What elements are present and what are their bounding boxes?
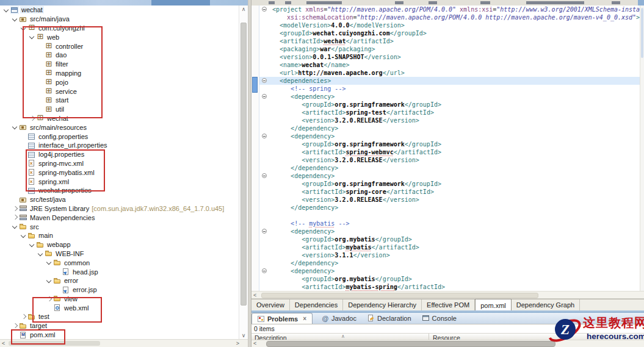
- tree-item-src-test-java[interactable]: src/test/java: [0, 195, 239, 204]
- tree-item-error[interactable]: error: [0, 276, 239, 285]
- code-line[interactable]: <artifactId>mybatis</artifactId>: [251, 243, 640, 251]
- tree-item-controller[interactable]: ⊞controller: [0, 41, 239, 51]
- expander-expanded-icon[interactable]: [37, 249, 45, 259]
- code-line[interactable]: xsi:schemaLocation="http://maven.apache.…: [251, 13, 640, 21]
- tree-item-target[interactable]: target: [0, 321, 239, 331]
- scrollbar-thumb[interactable]: [641, 8, 643, 58]
- tree-item-test[interactable]: test: [0, 312, 239, 321]
- view-tab-declaration[interactable]: Declaration: [362, 313, 417, 324]
- fold-minus-icon[interactable]: [262, 229, 267, 234]
- code-line[interactable]: <dependency>: [251, 227, 640, 235]
- fold-minus-icon[interactable]: [262, 173, 267, 178]
- tree-item-web[interactable]: ⊞web: [0, 32, 239, 41]
- tree-item-head-jsp[interactable]: head.jsp: [0, 267, 239, 276]
- code-line[interactable]: </dependency>: [251, 204, 640, 212]
- expander-expanded-icon[interactable]: [11, 15, 19, 24]
- expander-collapsed-icon[interactable]: [20, 312, 27, 321]
- code-line[interactable]: <dependency>: [251, 267, 640, 275]
- scroll-right-icon[interactable]: >: [236, 340, 239, 347]
- tree-item-maven-dependencies[interactable]: Maven Dependencies: [0, 213, 239, 222]
- expander-expanded-icon[interactable]: [45, 276, 53, 285]
- code-line[interactable]: <artifactId>wechat</artifactId>: [251, 37, 640, 45]
- tree-item-web-inf[interactable]: WEB-INF: [0, 249, 239, 259]
- code-line[interactable]: <groupId>org.springframework</groupId>: [251, 180, 640, 188]
- expander-expanded-icon[interactable]: [45, 258, 53, 267]
- tree-item-filter[interactable]: ⊞filter: [0, 60, 239, 69]
- code-line[interactable]: <project xmlns="http://maven.apache.org/…: [251, 5, 640, 13]
- tree-item-src-main-java[interactable]: src/main/java: [0, 15, 239, 24]
- tree-item-spring-mybatis-xml[interactable]: spring-mybatis.xml: [0, 168, 239, 177]
- code-line[interactable]: <version>3.2.0.RELEASE</version>: [251, 156, 640, 164]
- tree-item-spring-mvc-xml[interactable]: spring-mvc.xml: [0, 159, 239, 168]
- code-line[interactable]: <version>0.0.1-SNAPSHOT</version>: [251, 53, 640, 61]
- code-line[interactable]: <groupId>org.springframework</groupId>: [251, 101, 640, 109]
- scrollbar-thumb[interactable]: [9, 341, 100, 346]
- expander-expanded-icon[interactable]: [2, 5, 10, 15]
- tree-item-interface-url-properties[interactable]: interface_url.properties: [0, 141, 239, 150]
- code-line[interactable]: <version>3.1.1</version>: [251, 251, 640, 259]
- code-line[interactable]: <groupId>org.springframework</groupId>: [251, 140, 640, 148]
- editor-tab-pom-xml[interactable]: pom.xml: [475, 299, 512, 310]
- expander-collapsed-icon[interactable]: [45, 295, 53, 304]
- fold-minus-icon[interactable]: [262, 268, 267, 273]
- close-icon[interactable]: ×: [303, 315, 306, 322]
- code-line[interactable]: [251, 212, 640, 220]
- tree-item-config-properties[interactable]: config.properties: [0, 132, 239, 141]
- expander-collapsed-icon[interactable]: [11, 321, 19, 331]
- code-line[interactable]: <groupId>wechat.cuiyongzhi.com</groupId>: [251, 29, 640, 37]
- tree-item-wechat-properties[interactable]: wechat.properties: [0, 186, 239, 195]
- code-editor[interactable]: <project xmlns="http://maven.apache.org/…: [251, 5, 640, 291]
- code-line[interactable]: </dependency>: [251, 164, 640, 172]
- tree-item-common[interactable]: common: [0, 258, 239, 267]
- expander-expanded-icon[interactable]: [11, 222, 19, 231]
- editor-vertical-scrollbar[interactable]: [640, 5, 644, 291]
- code-line[interactable]: <dependency>: [251, 93, 640, 101]
- editor-tab-dependencies[interactable]: Dependencies: [290, 299, 343, 310]
- code-line[interactable]: <groupId>org.mybatis</groupId>: [251, 235, 640, 243]
- tree-item-wechat[interactable]: wechat: [0, 5, 239, 15]
- view-tab-problems[interactable]: Problems×: [251, 313, 313, 324]
- scrollbar-thumb[interactable]: [266, 341, 555, 347]
- code-line[interactable]: </dependency>: [251, 124, 640, 132]
- tree-item-view[interactable]: view: [0, 295, 239, 304]
- expander-expanded-icon[interactable]: [11, 123, 19, 132]
- code-line[interactable]: <version>3.2.0.RELEASE</version>: [251, 196, 640, 204]
- expander-collapsed-icon[interactable]: [11, 204, 19, 213]
- tree-item-pom-xml[interactable]: pom.xml: [0, 331, 239, 340]
- explorer-vertical-scrollbar[interactable]: ∧ ∨: [239, 5, 248, 340]
- fold-minus-icon[interactable]: [262, 7, 267, 12]
- expander-collapsed-icon[interactable]: [11, 213, 19, 222]
- scroll-left-icon[interactable]: <: [253, 292, 256, 299]
- tree-item-web-xml[interactable]: web.xml: [0, 303, 239, 312]
- code-line[interactable]: <artifactId>spring-core</artifactId>: [251, 188, 640, 196]
- expander-expanded-icon[interactable]: [28, 32, 36, 41]
- code-line[interactable]: <dependencies>: [251, 77, 640, 85]
- expander-expanded-icon[interactable]: [20, 24, 27, 33]
- code-line[interactable]: <name>wechat</name>: [251, 61, 640, 69]
- expander-expanded-icon[interactable]: [20, 231, 27, 240]
- scroll-up-icon[interactable]: ∧: [239, 5, 248, 13]
- code-line[interactable]: <modelVersion>4.0.0</modelVersion>: [251, 21, 640, 29]
- editor-tab-dependency-graph[interactable]: Dependency Graph: [512, 299, 580, 310]
- project-tree[interactable]: wechatsrc/main/java⊞com.cuiyongzhi⊞web⊞c…: [0, 5, 239, 340]
- scrollbar-thumb[interactable]: [261, 293, 538, 298]
- view-tab-console[interactable]: Console: [417, 313, 462, 324]
- tree-item-service[interactable]: ⊞service: [0, 87, 239, 96]
- code-line[interactable]: <artifactId>spring-test</artifactId>: [251, 109, 640, 116]
- editor-tab-effective-pom[interactable]: Effective POM: [422, 299, 475, 310]
- tree-item-src[interactable]: src: [0, 222, 239, 231]
- code-line[interactable]: <groupId>org.mybatis</groupId>: [251, 275, 640, 283]
- expander-collapsed-icon[interactable]: [28, 114, 36, 123]
- tree-item-jre-system-library[interactable]: JRE System Library[com.sun.java.jdk7.win…: [0, 204, 239, 213]
- tree-item-pojo[interactable]: ⊞pojo: [0, 77, 239, 87]
- code-line[interactable]: <dependency>: [251, 132, 640, 140]
- fold-minus-icon[interactable]: [262, 94, 267, 99]
- scroll-left-icon[interactable]: <: [253, 340, 256, 347]
- tree-item-webapp[interactable]: webapp: [0, 240, 239, 249]
- code-line[interactable]: <artifactId>spring-webmvc</artifactId>: [251, 148, 640, 156]
- code-line[interactable]: <artifactId>mybatis-spring</artifactId>: [251, 283, 640, 291]
- code-line[interactable]: <version>3.2.0.RELEASE</version>: [251, 116, 640, 124]
- tree-item-log4j-properties[interactable]: log4j.properties: [0, 150, 239, 159]
- view-tab-javadoc[interactable]: @Javadoc: [316, 313, 362, 324]
- code-line[interactable]: <url>http://maven.apache.org</url>: [251, 69, 640, 77]
